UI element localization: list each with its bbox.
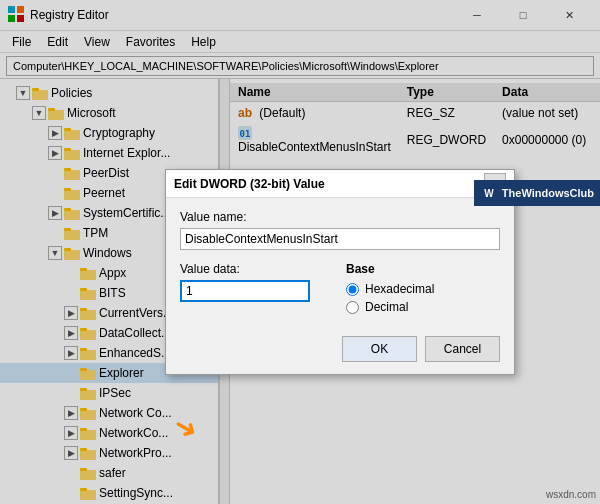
value-data-section: Value data: bbox=[180, 262, 334, 318]
ok-button[interactable]: OK bbox=[342, 336, 417, 362]
dialog-overlay: Edit DWORD (32-bit) Value ✕ Value name: … bbox=[0, 0, 600, 504]
dialog-row: Value data: Base Hexadecimal Decimal bbox=[180, 262, 500, 318]
dialog-title-bar: Edit DWORD (32-bit) Value ✕ bbox=[166, 170, 514, 198]
twc-badge: W TheWindowsClub bbox=[474, 180, 600, 206]
radio-decimal-label: Decimal bbox=[365, 300, 408, 314]
value-name-label: Value name: bbox=[180, 210, 500, 224]
radio-hex-label: Hexadecimal bbox=[365, 282, 434, 296]
twc-text: TheWindowsClub bbox=[502, 187, 594, 199]
value-data-label: Value data: bbox=[180, 262, 334, 276]
radio-hexadecimal[interactable]: Hexadecimal bbox=[346, 282, 500, 296]
cancel-button[interactable]: Cancel bbox=[425, 336, 500, 362]
dialog-body: Value name: Value data: Base Hexadecimal… bbox=[166, 198, 514, 374]
dialog-buttons: OK Cancel bbox=[180, 332, 500, 362]
base-section: Base Hexadecimal Decimal bbox=[346, 262, 500, 318]
value-data-input[interactable] bbox=[180, 280, 310, 302]
base-label: Base bbox=[346, 262, 500, 276]
twc-icon: W bbox=[480, 184, 498, 202]
svg-text:W: W bbox=[484, 188, 494, 199]
radio-hex-input[interactable] bbox=[346, 283, 359, 296]
value-name-input[interactable] bbox=[180, 228, 500, 250]
radio-decimal[interactable]: Decimal bbox=[346, 300, 500, 314]
radio-decimal-input[interactable] bbox=[346, 301, 359, 314]
edit-dword-dialog: Edit DWORD (32-bit) Value ✕ Value name: … bbox=[165, 169, 515, 375]
dialog-title: Edit DWORD (32-bit) Value bbox=[174, 177, 484, 191]
